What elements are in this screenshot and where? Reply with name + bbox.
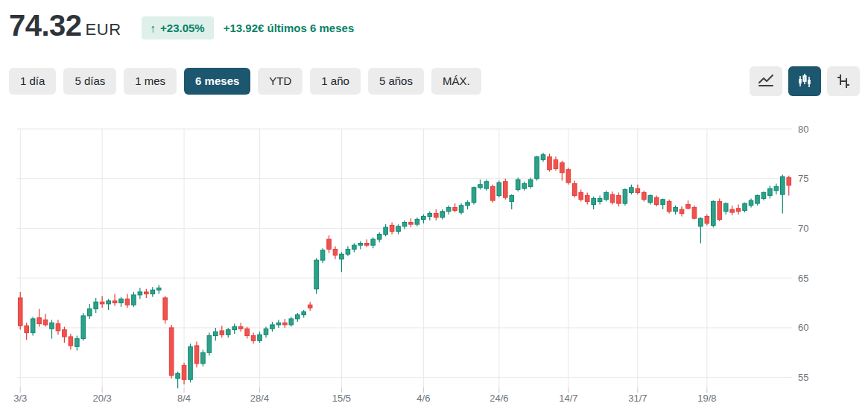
candle: [717, 198, 722, 221]
candle: [396, 224, 401, 234]
candle: [661, 198, 665, 209]
chart-toolbar: 1 día 5 días 1 mes 6 meses YTD 1 año 5 a…: [9, 66, 860, 96]
candle: [510, 194, 514, 209]
candle: [598, 195, 602, 204]
x-axis-tick-label: 8/4: [177, 393, 191, 404]
candle: [491, 185, 495, 203]
candle: [768, 186, 773, 198]
candle: [723, 203, 728, 215]
y-axis-tick-label: 75: [798, 173, 808, 184]
y-axis-tick-label: 80: [798, 124, 808, 135]
up-arrow-icon: ↑: [151, 22, 156, 34]
candlestick-chart-icon[interactable]: [788, 66, 821, 96]
x-axis-tick-label: 14/7: [559, 393, 577, 404]
candle: [692, 206, 697, 220]
candle: [371, 237, 376, 248]
candle: [730, 206, 735, 215]
candle: [453, 203, 457, 212]
candle: [377, 232, 381, 242]
range-button-5-dias[interactable]: 5 días: [63, 68, 116, 95]
candle: [189, 343, 193, 382]
candle: [69, 334, 73, 349]
candle: [226, 328, 230, 337]
candle: [232, 324, 237, 334]
x-axis-tick-label: 28/4: [250, 393, 269, 404]
candle: [87, 304, 92, 319]
candle: [176, 372, 180, 389]
chart-type-switcher: [750, 66, 860, 96]
candle: [151, 287, 155, 297]
range-button-1-mes[interactable]: 1 mes: [124, 68, 177, 95]
candle: [358, 241, 363, 250]
candle: [43, 314, 48, 326]
line-chart-icon[interactable]: [750, 66, 782, 96]
candle: [340, 252, 344, 272]
candle: [579, 189, 583, 201]
candle: [503, 179, 507, 200]
candle: [774, 183, 779, 194]
candlestick-chart[interactable]: 807570656055 3/320/38/428/415/54/624/614…: [0, 121, 868, 412]
candle: [548, 153, 552, 171]
candle: [94, 298, 98, 313]
candle: [712, 200, 716, 227]
candle: [617, 192, 621, 206]
candle: [585, 192, 589, 204]
candle: [667, 200, 671, 214]
candle: [674, 206, 678, 215]
candle: [31, 317, 35, 335]
candle: [497, 180, 501, 197]
x-axis-labels: 3/320/38/428/415/54/624/614/731/719/8: [13, 387, 716, 404]
change-percent-value: +23.05%: [160, 22, 205, 34]
candle: [194, 342, 199, 368]
candle: [207, 333, 212, 356]
x-axis-tick-label: 31/7: [628, 393, 647, 404]
candle: [755, 194, 760, 206]
candle: [327, 235, 332, 253]
candle: [422, 215, 426, 224]
candle: [428, 212, 432, 221]
candle: [113, 294, 117, 306]
candle: [705, 215, 709, 226]
candle: [201, 349, 206, 367]
candle: [592, 197, 596, 209]
range-button-1-ano[interactable]: 1 año: [310, 68, 361, 95]
candle: [648, 194, 653, 204]
candle: [630, 185, 634, 194]
candle: [566, 168, 571, 185]
range-button-6-meses[interactable]: 6 meses: [184, 68, 250, 95]
candle: [528, 177, 533, 188]
candle: [472, 186, 476, 204]
x-axis-tick-label: 15/5: [332, 393, 351, 404]
range-button-5-anos[interactable]: 5 años: [368, 68, 424, 95]
change-percent-badge: ↑ +23.05%: [142, 16, 214, 39]
chart-area[interactable]: 807570656055 3/320/38/428/415/54/624/614…: [0, 121, 868, 412]
candle: [364, 239, 369, 247]
candle: [610, 191, 615, 204]
candle: [138, 288, 142, 300]
y-axis-tick-label: 65: [798, 273, 808, 284]
candle: [516, 177, 520, 191]
candle: [781, 174, 785, 213]
candle: [478, 180, 483, 189]
y-axis-labels: 807570656055: [798, 124, 808, 384]
range-button-1-dia[interactable]: 1 día: [9, 68, 56, 95]
candle: [314, 259, 319, 294]
current-price: 74.32: [9, 9, 82, 42]
candle: [787, 176, 791, 196]
candle: [163, 296, 168, 323]
x-axis-tick-label: 20/3: [92, 393, 111, 404]
candle: [214, 328, 218, 340]
candle: [604, 191, 609, 202]
range-button-max[interactable]: MÁX.: [431, 68, 481, 95]
candle: [270, 322, 275, 332]
candle: [352, 243, 357, 252]
ohlc-chart-icon[interactable]: [827, 66, 860, 96]
candle: [264, 327, 268, 338]
candle: [409, 218, 414, 227]
candle: [384, 224, 388, 236]
candle: [145, 289, 149, 298]
range-button-ytd[interactable]: YTD: [258, 68, 302, 95]
candle: [320, 248, 325, 263]
candle: [18, 292, 22, 330]
candle: [679, 206, 684, 216]
